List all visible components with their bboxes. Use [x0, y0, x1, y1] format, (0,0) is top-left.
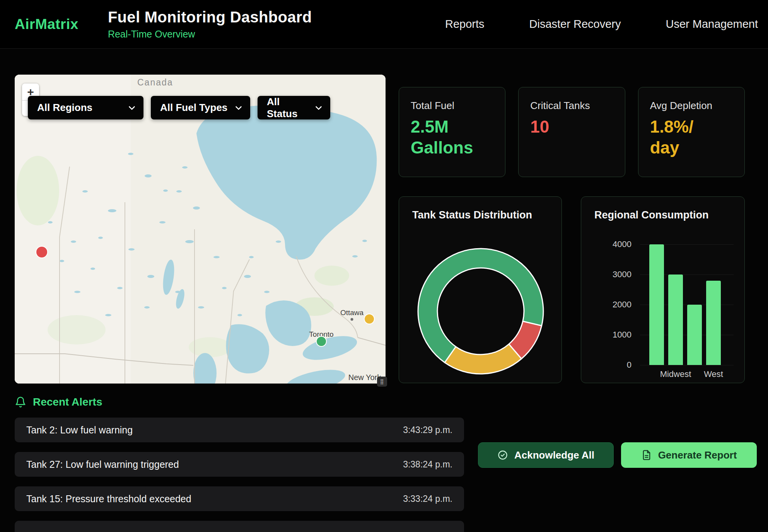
map-lake	[175, 291, 181, 293]
alert-row-clipped	[15, 521, 464, 532]
tank-status-chart-card: Tank Status Distribution	[399, 196, 562, 383]
map-lake	[147, 275, 154, 278]
map-lake	[48, 221, 53, 223]
bar-y-tick-label: 4000	[581, 239, 631, 249]
chart-title: Tank Status Distribution	[399, 197, 561, 221]
stat-value-line: day	[650, 137, 733, 158]
nav-disaster-recovery[interactable]: Disaster Recovery	[529, 18, 621, 31]
map-lake	[244, 275, 251, 278]
map-town-dot	[351, 318, 353, 321]
map-lake	[222, 287, 227, 289]
map-lake	[74, 291, 80, 293]
bar-y-tick-label: 2000	[581, 300, 631, 310]
stat-value-critical-tanks: 10	[530, 116, 613, 137]
page-title: Fuel Monitoring Dashboard	[108, 9, 312, 26]
region-filter-value: All Regions	[37, 102, 92, 114]
map-label-new-york: New York	[348, 373, 381, 382]
stat-card-critical-tanks: Critical Tanks 10	[518, 87, 625, 177]
map-lake	[145, 174, 152, 177]
bar-2	[687, 305, 702, 365]
generate-report-button[interactable]: Generate Report	[621, 442, 757, 468]
bar-y-tick-label: 1000	[581, 330, 631, 340]
main-nav: Reports Disaster Recovery User Managemen…	[445, 18, 758, 31]
stat-value-line: 2.5M	[411, 116, 493, 137]
brand-logo: AirMatrix	[15, 16, 79, 32]
charts-row: Tank Status Distribution Regional Consum…	[399, 196, 745, 383]
alert-row: Tank 2: Low fuel warning 3:43:29 p.m.	[15, 418, 464, 442]
bar-y-tick-label: 0	[581, 360, 631, 370]
document-icon	[641, 450, 652, 460]
map-lake	[144, 306, 150, 309]
map-lake	[128, 153, 133, 155]
map-lake	[352, 255, 358, 257]
status-filter-value: All Status	[267, 96, 309, 120]
map-lake	[193, 206, 200, 210]
map-lake	[71, 240, 76, 243]
alert-row: Tank 15: Pressure threshold exceeded 3:3…	[15, 486, 464, 511]
regional-consumption-chart-card: Regional Consumption 01000200030004000Mi…	[581, 196, 745, 383]
map-lake	[98, 237, 103, 239]
map-lake	[185, 240, 194, 243]
map-lake	[128, 248, 135, 251]
stat-card-total-fuel: Total Fuel 2.5M Gallons	[399, 87, 505, 177]
stat-label: Total Fuel	[411, 100, 493, 112]
generate-report-label: Generate Report	[658, 449, 737, 461]
nav-reports[interactable]: Reports	[445, 18, 485, 31]
donut-chart	[399, 222, 561, 383]
map-lake	[163, 189, 168, 192]
bar-y-tick-label: 3000	[581, 269, 631, 280]
map-filter-bar: All Regions All Fuel Types All Status	[28, 96, 330, 119]
status-filter-dropdown[interactable]: All Status	[258, 96, 330, 119]
donut-chart-svg	[399, 222, 562, 380]
map-lake	[82, 190, 88, 193]
stat-card-avg-depletion: Avg Depletion 1.8%/ day	[638, 87, 745, 177]
map-lake	[105, 314, 111, 316]
map-lake	[108, 209, 116, 212]
right-column: Total Fuel 2.5M Gallons Critical Tanks 1…	[399, 75, 745, 384]
alerts-header: Recent Alerts	[15, 394, 757, 410]
page-subtitle: Real-Time Overview	[108, 29, 312, 40]
stat-value-total-fuel: 2.5M Gallons	[411, 116, 493, 158]
bar-1	[668, 275, 683, 365]
map-marker-warning[interactable]	[364, 314, 374, 324]
alert-text: Tank 15: Pressure threshold exceeded	[26, 493, 191, 505]
chevron-down-icon	[236, 103, 242, 110]
map-lake	[276, 240, 281, 243]
map-forest	[17, 156, 59, 225]
map-canvas[interactable]: Canada Ottawa Toronto New York	[15, 75, 386, 384]
stat-value-line: 10	[530, 116, 613, 137]
check-circle-icon	[497, 450, 508, 460]
stat-value-line: 1.8%/	[650, 116, 733, 137]
map-forest	[314, 266, 349, 286]
alerts-title: Recent Alerts	[33, 396, 102, 408]
map-lake	[117, 287, 123, 289]
stat-label: Avg Depletion	[650, 100, 733, 112]
alert-row: Tank 27: Low fuel warning triggered 3:38…	[15, 452, 464, 477]
alerts-list: Tank 2: Low fuel warning 3:43:29 p.m. Ta…	[15, 418, 464, 532]
header: AirMatrix Fuel Monitoring Dashboard Real…	[0, 0, 768, 49]
fuel-type-filter-dropdown[interactable]: All Fuel Types	[151, 96, 250, 119]
map-forest	[48, 315, 106, 344]
acknowledge-all-button[interactable]: Acknowledge All	[478, 442, 614, 468]
app-root: AirMatrix Fuel Monitoring Dashboard Real…	[0, 0, 768, 532]
acknowledge-all-label: Acknowledge All	[514, 449, 594, 461]
map-marker-normal[interactable]	[316, 336, 326, 346]
fuel-type-filter-value: All Fuel Types	[160, 102, 227, 114]
map-marker-critical[interactable]	[36, 246, 48, 258]
map-lake	[182, 166, 188, 169]
nav-user-management[interactable]: User Management	[666, 18, 758, 31]
alert-time: 3:43:29 p.m.	[403, 425, 452, 435]
map-lake	[176, 190, 182, 193]
map-lake	[249, 256, 254, 258]
map-resize-handle[interactable]: ⣿	[377, 377, 387, 387]
main-content: Canada Ottawa Toronto New York + All Reg	[0, 49, 768, 384]
map-label-ottawa: Ottawa	[340, 309, 364, 317]
alert-time: 3:38:24 p.m.	[403, 459, 452, 470]
region-filter-dropdown[interactable]: All Regions	[28, 96, 143, 119]
gridline	[640, 365, 734, 365]
map-label-canada: Canada	[137, 77, 173, 87]
map-lake	[90, 268, 95, 270]
stat-value-line: Gallons	[411, 137, 493, 158]
donut-segment-warning	[445, 344, 521, 374]
stat-label: Critical Tanks	[530, 100, 613, 112]
